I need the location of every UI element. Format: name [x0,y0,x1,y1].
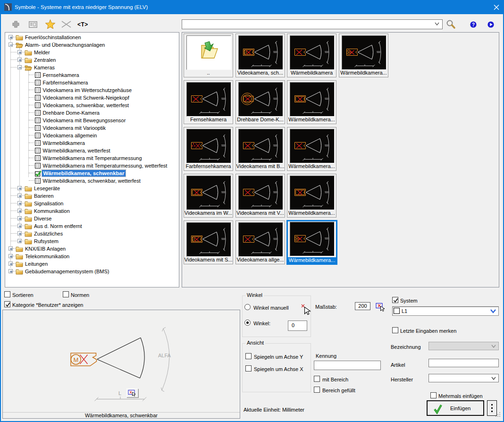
svg-text:ALFA: ALFA [158,353,171,358]
svg-text:?: ? [472,22,475,27]
svg-text:M: M [347,51,350,54]
svg-text:M: M [295,237,298,240]
svg-text:L: L [118,390,121,396]
svg-text:M: M [73,356,78,363]
